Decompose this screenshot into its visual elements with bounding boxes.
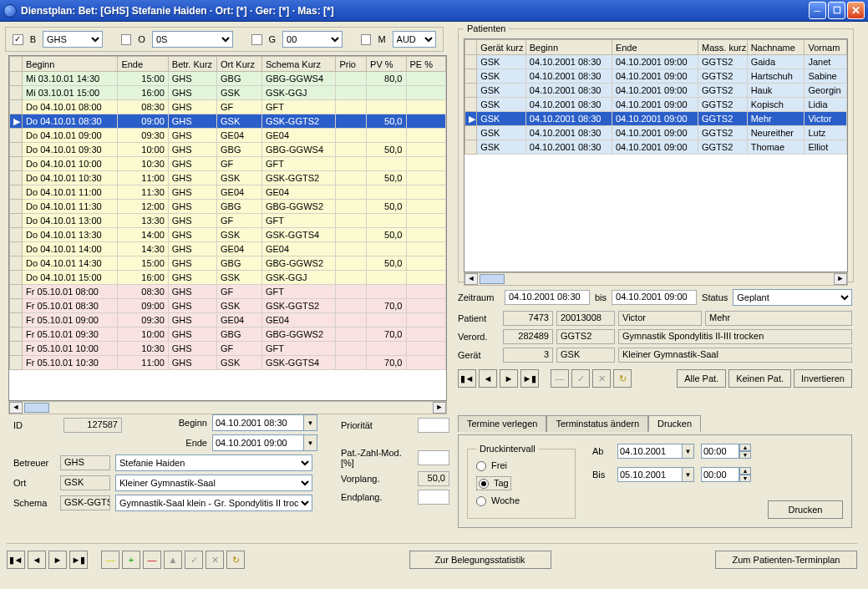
schema-combo[interactable]: Gymnastik-Saal klein - Gr. Spondylitis I… [115,495,312,511]
maximize-button[interactable]: ☐ [828,2,845,19]
table-row[interactable]: Do 04.10.01 15:0016:00GHSGSKGSK-GGJ [10,271,446,285]
nav-first-button[interactable]: ▮◄ [458,369,476,388]
ab-time[interactable] [701,444,739,459]
spin-down-icon[interactable]: ▼ [739,451,751,459]
bis-date[interactable] [617,467,683,482]
table-row[interactable]: GSK04.10.2001 08:3004.10.2001 09:00GGTS2… [465,84,847,98]
pcol-nachname[interactable]: Nachname [747,40,805,55]
table-row[interactable]: Do 04.10.01 14:0014:30GHSGE04GE04 [10,242,446,256]
pcol-ende[interactable]: Ende [612,40,698,55]
filter-m-checkbox[interactable] [361,34,372,45]
nav-last-button[interactable]: ►▮ [520,369,539,388]
pcol-geraet[interactable]: Gerät kurz [477,40,526,55]
table-row[interactable]: Fr 05.10.01 09:0009:30GHSGE04GE04 [10,313,446,328]
keine-pat-button[interactable]: Keinen Pat. [728,369,791,388]
add-button[interactable]: + [122,551,140,569]
spin-up-icon[interactable]: ▲ [739,444,751,451]
end-value[interactable] [418,490,449,505]
betreuer-combo[interactable]: Stefanie Haiden [115,454,312,471]
table-row[interactable]: Mi 03.10.01 15:0016:00GHSGSKGSK-GGJ [10,86,446,100]
col-ort[interactable]: Ort Kurz [217,57,262,72]
table-row[interactable]: GSK04.10.2001 08:3004.10.2001 09:00GGTS2… [465,69,847,84]
table-row[interactable]: ▶GSK04.10.2001 08:3004.10.2001 09:00GGTS… [465,112,847,126]
scroll-left-icon[interactable]: ◄ [464,273,478,285]
table-row[interactable]: GSK04.10.2001 08:3004.10.2001 09:00GGTS2… [465,140,847,155]
table-row[interactable]: Fr 05.10.01 08:0008:30GHSGFGFT [10,285,446,299]
spin-down-icon[interactable]: ▼ [739,475,751,482]
patients-grid[interactable]: Gerät kurz Beginn Ende Mass. kurz Nachna… [464,38,848,272]
tab-terminstatus[interactable]: Terminstatus ändern [546,415,648,432]
scroll-right-icon[interactable]: ► [834,273,847,285]
chevron-down-icon[interactable]: ▼ [683,444,694,459]
nav-last-button[interactable]: ►▮ [69,551,88,569]
col-ende[interactable]: Ende [118,57,168,72]
chevron-down-icon[interactable]: ▼ [683,467,694,482]
refresh-button[interactable]: ↻ [226,551,245,569]
table-row[interactable]: Fr 05.10.01 10:3011:00GHSGSKGSK-GGTS470,… [10,356,446,370]
bis-time[interactable] [701,467,739,482]
spin-up-icon[interactable]: ▲ [739,467,751,475]
refresh-button[interactable]: ↻ [613,369,632,388]
post-button[interactable]: ✓ [571,369,590,388]
close-button[interactable]: ✕ [847,2,865,19]
filter-b-checkbox[interactable]: ✓ [13,34,23,45]
nav-first-button[interactable]: ▮◄ [7,551,25,569]
table-row[interactable]: Do 04.10.01 10:3011:00GHSGSKGSK-GGTS250,… [10,171,446,185]
tab-drucken[interactable]: Drucken [648,415,701,432]
nav-next-button[interactable]: ► [500,369,518,388]
pcol-mass[interactable]: Mass. kurz [698,40,748,55]
filter-m-combo[interactable]: AUD [393,31,436,48]
scroll-right-icon[interactable]: ► [433,402,446,414]
table-row[interactable]: Do 04.10.01 09:3010:00GHSGBGGBG-GGWS450,… [10,143,446,157]
cancel-edit-button[interactable]: ✕ [592,369,611,388]
filter-g-combo[interactable]: 00 [282,31,343,48]
cancel-edit-button[interactable]: ✕ [206,551,224,569]
chevron-down-icon[interactable]: ▼ [304,414,317,431]
post-button[interactable]: ✓ [185,551,203,569]
invertieren-button[interactable]: Invertieren [794,369,852,388]
filter-g-checkbox[interactable] [251,34,262,45]
schedule-hscroll[interactable]: ◄ ► [8,401,447,414]
drucken-button[interactable]: Drucken [768,500,843,519]
scroll-thumb[interactable] [24,403,49,413]
col-beginn[interactable]: Beginn [23,57,118,72]
table-row[interactable]: Fr 05.10.01 08:3009:00GHSGSKGSK-GGTS270,… [10,299,446,313]
col-pe[interactable]: PE % [406,57,446,72]
radio-woche[interactable] [476,496,486,506]
beginn-input[interactable] [212,414,304,431]
table-row[interactable]: GSK04.10.2001 08:3004.10.2001 09:00GGTS2… [465,98,847,112]
table-row[interactable]: Fr 05.10.01 10:0010:30GHSGFGFT [10,342,446,356]
table-row[interactable]: Do 04.10.01 09:0009:30GHSGE04GE04 [10,129,446,143]
table-row[interactable]: GSK04.10.2001 08:3004.10.2001 09:00GGTS2… [465,55,847,69]
patients-hscroll[interactable]: ◄ ► [464,272,848,286]
filter-o-combo[interactable]: 0S [152,31,233,48]
table-row[interactable]: Do 04.10.01 11:0011:30GHSGE04GE04 [10,185,446,200]
alle-pat-button[interactable]: Alle Pat. [677,369,726,388]
table-row[interactable]: GSK04.10.2001 08:3004.10.2001 09:00GGTS2… [465,126,847,140]
minimize-button[interactable]: ─ [809,2,826,19]
delete-button[interactable]: — [143,551,161,569]
schedule-grid[interactable]: Beginn Ende Betr. Kurz Ort Kurz Schema K… [8,55,447,401]
scroll-thumb[interactable] [480,274,505,284]
col-betr[interactable]: Betr. Kurz [168,57,216,72]
table-row[interactable]: Do 04.10.01 14:3015:00GHSGBGGBG-GGWS250,… [10,256,446,271]
terminplan-button[interactable]: Zum Patienten-Terminplan [715,551,857,569]
belegung-button[interactable]: Zur Belegungsstatistik [409,551,551,569]
radio-tag[interactable] [479,479,489,489]
prio-value[interactable] [418,418,449,433]
ende-input[interactable] [212,434,304,451]
ort-combo[interactable]: Kleiner Gymnastik-Saal [115,475,312,491]
col-pv[interactable]: PV % [367,57,406,72]
table-row[interactable]: Mi 03.10.01 14:3015:00GHSGBGGBG-GGWS480,… [10,72,446,86]
status-combo[interactable]: Geplant [733,289,852,306]
nav-prev-button[interactable]: ◄ [479,369,497,388]
table-row[interactable]: Do 04.10.01 10:0010:30GHSGFGFT [10,157,446,171]
pcol-beginn[interactable]: Beginn [525,40,612,55]
nav-next-button[interactable]: ► [48,551,67,569]
edit-button[interactable]: ▲ [164,551,182,569]
filter-b-combo[interactable]: GHS [43,31,103,48]
radio-frei[interactable] [476,461,486,471]
mod-value[interactable] [418,450,449,465]
edit-button[interactable]: — [551,369,569,388]
table-row[interactable]: Do 04.10.01 13:0013:30GHSGFGFT [10,214,446,228]
